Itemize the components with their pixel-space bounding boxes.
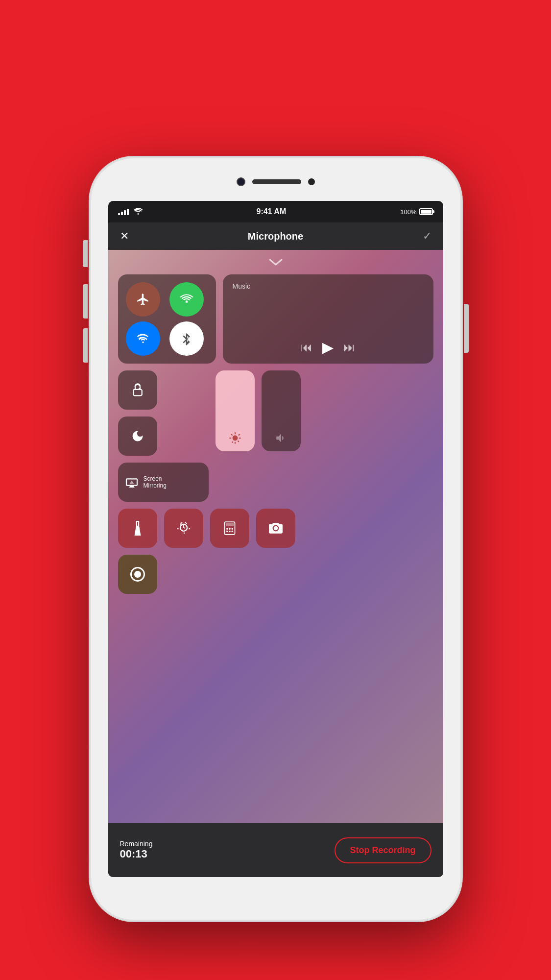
volume-up-button [83,284,88,318]
svg-point-5 [229,528,231,530]
bluetooth-toggle-button[interactable] [169,321,204,356]
do-not-disturb-button[interactable] [118,416,157,456]
svg-point-6 [231,528,233,530]
cc-panels: Music ⏮ ▶ ⏭ [118,274,433,818]
signal-bar-4 [127,209,129,215]
chevron-icon [268,257,284,270]
music-controls: ⏮ ▶ ⏭ [233,339,424,356]
cc-row2: ScreenMirroring [118,370,433,502]
rewind-button[interactable]: ⏮ [301,341,312,354]
stop-recording-button[interactable]: Stop Recording [335,837,431,863]
screen-mirror-text: ScreenMirroring [144,475,167,490]
phone-mockup: 9:41 AM 100% ✕ Microphone ✓ [90,157,462,921]
cc-row3 [118,509,433,548]
svg-point-8 [229,531,231,533]
brightness-slider[interactable] [216,370,255,451]
power-button [464,304,469,353]
phone-screen: 9:41 AM 100% ✕ Microphone ✓ [108,201,443,877]
music-panel: Music ⏮ ▶ ⏭ [223,274,433,364]
svg-point-7 [226,531,228,533]
close-button[interactable]: ✕ [120,230,129,243]
play-button[interactable]: ▶ [322,339,334,356]
volume-slider[interactable] [262,370,301,451]
speaker-bar [252,179,301,184]
bottom-bar: Remaining 00:13 Stop Recording [108,823,443,877]
screen-mirror-icon [125,477,139,488]
airplane-mode-button[interactable] [126,282,160,317]
volume-down-button [83,328,88,363]
front-camera [308,178,315,185]
remaining-time: 00:13 [120,848,153,860]
check-button[interactable]: ✓ [423,230,431,243]
orientation-lock-button[interactable] [118,370,157,410]
nav-title: Microphone [248,231,303,242]
wifi-status-icon [134,208,143,216]
flashlight-button[interactable] [118,509,157,548]
status-right: 100% [400,208,433,216]
music-label: Music [233,282,424,290]
wifi-toggle-button[interactable] [126,321,160,356]
timer-button[interactable] [164,509,203,548]
status-bar: 9:41 AM 100% [108,201,443,222]
svg-rect-3 [225,523,233,526]
camera-dot [237,177,245,186]
signal-bar-1 [118,213,120,215]
status-time: 9:41 AM [256,207,286,216]
record-dot [134,571,141,578]
svg-rect-0 [133,390,142,396]
fast-forward-button[interactable]: ⏭ [343,341,355,354]
hotspot-button[interactable] [169,282,204,317]
cc-row1: Music ⏮ ▶ ⏭ [118,274,433,364]
record-inner [130,567,145,582]
phone-top-elements [237,177,315,186]
connectivity-panel [118,274,216,364]
svg-point-1 [138,388,140,390]
brightness-icon [229,432,241,444]
calculator-button[interactable] [210,509,249,548]
mute-button [83,240,88,267]
svg-point-4 [226,528,228,530]
remaining-label: Remaining [120,840,153,848]
left-controls: ScreenMirroring [118,370,209,502]
battery-fill [421,210,431,214]
signal-bars [118,208,129,215]
screen-record-button[interactable] [118,555,157,594]
camera-button[interactable] [256,509,295,548]
control-center: Music ⏮ ▶ ⏭ [108,250,443,823]
battery-percent: 100% [400,208,416,216]
status-left [118,208,143,216]
remaining-section: Remaining 00:13 [120,840,153,860]
nav-bar: ✕ Microphone ✓ [108,222,443,250]
svg-point-9 [231,531,233,533]
cc-row4 [118,555,433,594]
battery-icon [419,208,433,215]
volume-icon [275,432,287,444]
screen-mirroring-button[interactable]: ScreenMirroring [118,463,209,502]
signal-bar-3 [124,210,126,215]
signal-bar-2 [121,212,123,215]
